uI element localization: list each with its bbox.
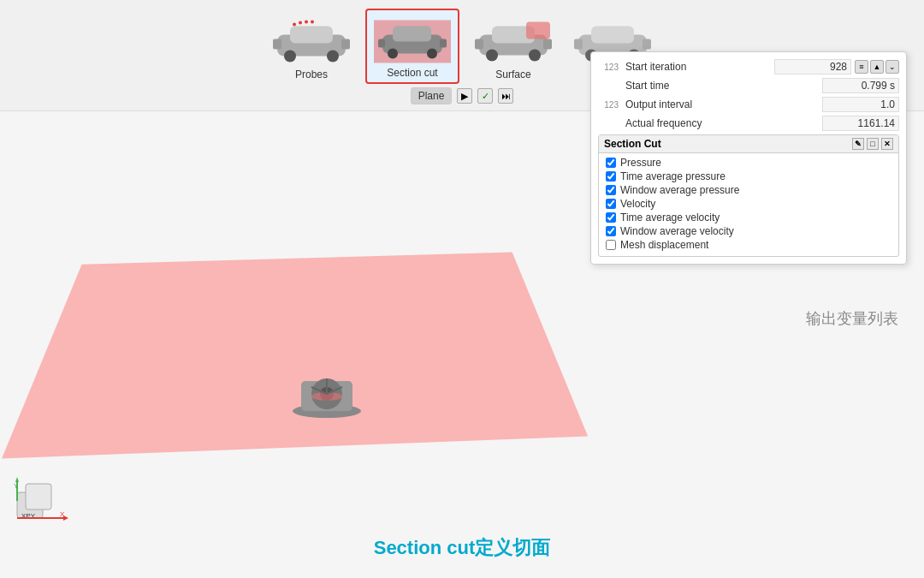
surface-label: Surface (495, 69, 530, 80)
panel-fields: 123 Start iteration ≡ ▲ ⌄ Start time 123… (591, 52, 906, 264)
probes-icon (273, 15, 350, 67)
check-button[interactable]: ✓ (477, 88, 493, 104)
checkbox-pressure: Pressure (606, 157, 891, 169)
toolbar-item-surface[interactable]: Surface (468, 12, 559, 84)
section-cut-plane (2, 253, 588, 459)
window-icon[interactable]: □ (867, 138, 879, 150)
svg-point-13 (388, 49, 398, 59)
section-cut-label: Section cut (387, 67, 437, 79)
checkbox-window-avg-velocity: Window average velocity (606, 225, 891, 237)
field-row-output-interval: 123 Output interval (598, 97, 899, 112)
checkbox-window-avg-pressure-input[interactable] (606, 185, 616, 195)
checkbox-window-avg-velocity-input[interactable] (606, 226, 616, 236)
actual-frequency-label: Actual frequency (622, 117, 822, 129)
fan-object (291, 364, 364, 420)
start-iteration-input[interactable] (774, 59, 851, 74)
svg-point-20 (529, 50, 541, 62)
svg-rect-23 (526, 22, 550, 39)
checkbox-time-avg-pressure-label: Time average pressure (620, 170, 726, 182)
close-icon[interactable]: ✕ (881, 138, 893, 150)
checkbox-velocity-label: Velocity (620, 198, 655, 210)
annotation-label: 输出变量列表 (806, 308, 898, 329)
svg-rect-16 (440, 39, 447, 48)
output-interval-label: Output interval (622, 98, 822, 110)
section-cut-title: Section Cut (604, 138, 661, 150)
svg-point-3 (327, 51, 339, 63)
svg-text:X: X (60, 510, 65, 518)
start-time-label: Start time (622, 80, 822, 92)
axis-indicator: XPY Y X (13, 475, 68, 531)
start-iteration-label: Start iteration (622, 61, 774, 73)
section-cut-subpanel: Section Cut ✎ □ ✕ Pressure Time average … (598, 134, 899, 257)
skip-button[interactable]: ⏭ (498, 88, 513, 104)
checkbox-time-avg-velocity-label: Time average velocity (620, 212, 720, 223)
plane-button[interactable]: Plane (411, 87, 453, 104)
checkbox-window-avg-pressure: Window average pressure (606, 184, 891, 196)
checkbox-list: Pressure Time average pressure Window av… (599, 153, 898, 256)
svg-rect-1 (290, 27, 333, 44)
start-time-input[interactable] (822, 78, 899, 93)
svg-text:Y: Y (14, 482, 19, 490)
svg-rect-22 (543, 39, 552, 50)
checkbox-pressure-input[interactable] (606, 158, 616, 168)
svg-rect-4 (273, 39, 281, 50)
field-row-start-iteration: 123 Start iteration ≡ ▲ ⌄ (598, 59, 899, 74)
field-id-1: 123 (598, 63, 622, 72)
play-button[interactable]: ▶ (457, 88, 472, 104)
checkbox-velocity-input[interactable] (606, 199, 616, 209)
toolbar-item-probes[interactable]: Probes (266, 12, 357, 84)
probes-label: Probes (295, 69, 328, 80)
checkbox-time-avg-pressure: Time average pressure (606, 170, 891, 182)
svg-rect-5 (341, 39, 350, 50)
checkbox-pressure-label: Pressure (620, 157, 661, 169)
checkbox-velocity: Velocity (606, 198, 891, 210)
svg-rect-12 (393, 27, 431, 42)
svg-rect-39 (26, 484, 51, 509)
checkbox-window-avg-pressure-label: Window average pressure (620, 184, 739, 196)
surface-icon (475, 15, 552, 67)
svg-rect-15 (378, 39, 385, 48)
svg-rect-21 (475, 39, 483, 50)
list-icon[interactable]: ≡ (855, 60, 868, 74)
svg-point-2 (284, 51, 296, 63)
checkbox-mesh-displacement-label: Mesh displacement (620, 239, 708, 251)
bottom-label: Section cut定义切面 (374, 535, 551, 561)
svg-rect-29 (643, 39, 651, 50)
output-interval-input[interactable] (822, 97, 899, 112)
sort-icon[interactable]: ⌄ (886, 60, 899, 74)
field-id-3: 123 (598, 100, 622, 110)
checkbox-time-avg-pressure-input[interactable] (606, 171, 616, 182)
checkbox-mesh-displacement: Mesh displacement (606, 239, 891, 251)
toolbar-item-section-cut[interactable]: Section cut (365, 9, 459, 84)
svg-point-7 (299, 21, 302, 25)
section-cut-subpanel-header: Section Cut ✎ □ ✕ (599, 135, 898, 153)
svg-rect-28 (574, 39, 583, 50)
svg-point-8 (305, 21, 308, 24)
field-row-start-time: Start time (598, 78, 899, 93)
checkbox-mesh-displacement-input[interactable] (606, 240, 616, 250)
svg-point-9 (311, 21, 314, 24)
toolbar-sub: Plane ▶ ✓ ⏭ (411, 87, 514, 104)
side-panel: 123 Start iteration ≡ ▲ ⌄ Start time 123… (590, 51, 907, 265)
field-row-actual-frequency: Actual frequency (598, 116, 899, 131)
edit-icon[interactable]: ✎ (852, 138, 864, 150)
checkbox-time-avg-velocity: Time average velocity (606, 212, 891, 223)
section-cut-icon (374, 14, 451, 65)
svg-point-19 (486, 50, 498, 62)
chart-icon[interactable]: ▲ (870, 60, 884, 74)
section-cut-header-icons: ✎ □ ✕ (852, 138, 893, 150)
field-icons-1: ≡ ▲ ⌄ (855, 60, 899, 74)
checkbox-window-avg-velocity-label: Window average velocity (620, 225, 734, 237)
checkbox-time-avg-velocity-input[interactable] (606, 212, 616, 223)
svg-rect-25 (591, 27, 634, 44)
svg-point-14 (427, 49, 437, 59)
svg-point-6 (293, 23, 296, 27)
actual-frequency-input[interactable] (822, 116, 899, 131)
